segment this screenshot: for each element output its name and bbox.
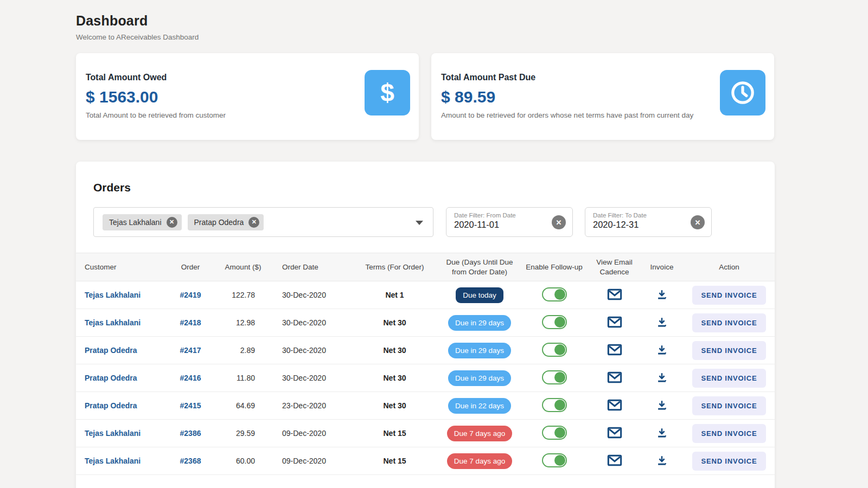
order-date: 30-Dec-2020 [266,364,350,392]
send-invoice-button[interactable]: SEND INVOICE [692,286,767,305]
download-invoice-icon[interactable] [656,316,668,328]
send-invoice-button[interactable]: SEND INVOICE [692,369,767,388]
send-invoice-button[interactable]: SEND INVOICE [692,424,767,443]
download-invoice-icon[interactable] [656,427,668,439]
chip-label: Tejas Lakhalani [109,218,162,227]
column-header-due: Due (Days Until Due from Order Date) [439,253,520,281]
orders-table-header-row: Customer Order Amount ($) Order Date Ter… [76,253,775,281]
due-badge: Due 7 days ago [447,453,513,469]
date-filter-from[interactable]: Date Filter: From Date 2020-11-01 ✕ [446,207,573,237]
card-amount: $ 1563.00 [86,88,408,106]
send-invoice-button[interactable]: SEND INVOICE [692,341,767,360]
total-amount-owed-card: Total Amount Owed $ 1563.00 Total Amount… [76,53,419,140]
chip-remove-icon[interactable]: ✕ [167,217,177,228]
order-row: Tejas Lakhalani #2386 29.59 09-Dec-2020 … [76,420,775,447]
send-invoice-button[interactable]: SEND INVOICE [692,452,767,471]
dollar-icon: $ [365,70,410,115]
order-row: Pratap Odedra #2416 11.80 30-Dec-2020 Ne… [76,364,775,392]
card-amount: $ 89.59 [441,88,763,106]
order-link[interactable]: #2418 [180,318,201,327]
download-invoice-icon[interactable] [656,399,668,411]
due-badge: Due in 29 days [448,343,511,358]
order-amount: 11.80 [218,364,266,392]
card-description: Amount to be retrieved for orders whose … [441,111,701,120]
column-header-customer: Customer [76,253,163,281]
column-header-view-email-cadence: View Email Cadence [589,253,640,281]
order-amount: 122.78 [218,281,266,309]
customer-link[interactable]: Pratap Odedra [85,346,137,355]
card-description: Total Amount to be retrieved from custom… [86,111,346,120]
order-amount: 29.59 [218,420,266,447]
order-row: Pratap Odedra #2415 64.69 23-Dec-2020 Ne… [76,392,775,420]
order-date: 30-Dec-2020 [266,281,350,309]
customer-link[interactable]: Tejas Lakhalani [85,429,141,438]
chevron-down-icon[interactable] [416,221,423,225]
date-filter-to[interactable]: Date Filter: To Date 2020-12-31 ✕ [585,207,712,237]
order-link[interactable]: #2368 [180,457,201,465]
follow-up-toggle[interactable] [542,315,567,329]
download-invoice-icon[interactable] [656,454,668,466]
order-link[interactable]: #2415 [180,401,201,410]
order-terms: Net 30 [383,318,406,327]
order-terms: Net 30 [383,346,406,355]
customer-filter-select[interactable]: Tejas Lakhalani ✕ Pratap Odedra ✕ [93,207,433,237]
follow-up-toggle[interactable] [542,370,567,384]
page-title: Dashboard [76,13,775,29]
order-amount: 12.98 [218,309,266,337]
chip-remove-icon[interactable]: ✕ [248,217,259,228]
customer-link[interactable]: Pratap Odedra [85,401,137,410]
customer-link[interactable]: Pratap Odedra [85,374,137,382]
order-row: Tejas Lakhalani #2419 122.78 30-Dec-2020… [76,281,775,309]
email-cadence-icon[interactable] [607,288,622,301]
column-header-order: Order [163,253,218,281]
send-invoice-button[interactable]: SEND INVOICE [692,396,767,415]
order-terms: Net 30 [383,401,406,410]
due-badge: Due in 22 days [448,398,511,414]
email-cadence-icon[interactable] [607,316,622,329]
customer-link[interactable]: Tejas Lakhalani [85,457,141,465]
order-terms: Net 1 [385,291,404,299]
download-invoice-icon[interactable] [656,288,668,300]
orders-filters: Tejas Lakhalani ✕ Pratap Odedra ✕ Date F… [93,207,757,237]
customer-chip[interactable]: Tejas Lakhalani ✕ [103,214,182,230]
column-header-terms: Terms (For Order) [350,253,439,281]
order-amount: 2.89 [218,337,266,364]
orders-table: Customer Order Amount ($) Order Date Ter… [76,253,775,475]
page-header: Dashboard Welcome to AReceivables Dashbo… [76,0,775,41]
order-link[interactable]: #2419 [180,291,201,299]
order-row: Pratap Odedra #2417 2.89 30-Dec-2020 Net… [76,337,775,364]
email-cadence-icon[interactable] [607,454,622,467]
page-subtitle: Welcome to AReceivables Dashboard [76,33,775,41]
order-link[interactable]: #2417 [180,346,201,355]
column-header-amount: Amount ($) [218,253,266,281]
order-date: 09-Dec-2020 [266,420,350,447]
follow-up-toggle[interactable] [542,398,567,412]
customer-chip[interactable]: Pratap Odedra ✕ [188,214,264,230]
email-cadence-icon[interactable] [607,399,622,412]
follow-up-toggle[interactable] [542,453,567,467]
download-invoice-icon[interactable] [656,371,668,383]
order-date: 09-Dec-2020 [266,447,350,475]
column-header-order-date: Order Date [266,253,350,281]
orders-table-body: Tejas Lakhalani #2419 122.78 30-Dec-2020… [76,281,775,475]
email-cadence-icon[interactable] [607,371,622,384]
orders-heading: Orders [76,162,775,194]
download-invoice-icon[interactable] [656,344,668,356]
order-amount: 64.69 [218,392,266,420]
email-cadence-icon[interactable] [607,343,622,356]
follow-up-toggle[interactable] [542,287,567,301]
follow-up-toggle[interactable] [542,343,567,357]
send-invoice-button[interactable]: SEND INVOICE [692,313,767,332]
card-title: Total Amount Owed [86,73,408,82]
follow-up-toggle[interactable] [542,426,567,440]
customer-link[interactable]: Tejas Lakhalani [85,291,141,299]
order-link[interactable]: #2416 [180,374,201,382]
clear-from-date-icon[interactable]: ✕ [552,215,566,229]
email-cadence-icon[interactable] [607,426,622,439]
order-link[interactable]: #2386 [180,429,201,438]
summary-cards: Total Amount Owed $ 1563.00 Total Amount… [76,53,775,140]
chip-label: Pratap Odedra [194,218,244,227]
customer-link[interactable]: Tejas Lakhalani [85,318,141,327]
order-date: 23-Dec-2020 [266,392,350,420]
clear-to-date-icon[interactable]: ✕ [691,215,705,229]
